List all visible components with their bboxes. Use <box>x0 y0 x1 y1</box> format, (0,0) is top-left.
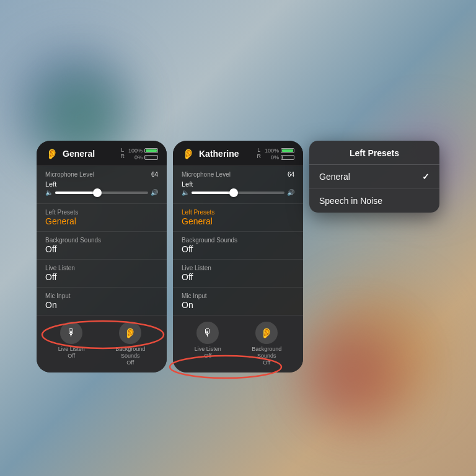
panel-1-name: General <box>63 149 117 159</box>
bg-sounds-row-1[interactable]: Background Sounds Off <box>37 232 167 260</box>
bg-sounds-label-1: Background Sounds <box>45 237 158 244</box>
battery-pct-4: 0% <box>271 154 279 161</box>
bg-sounds-icon-2[interactable]: 👂 <box>255 322 278 344</box>
live-listen-btn-label-1: Live ListenOff <box>58 346 85 359</box>
lr-badge-1: LR <box>120 148 125 160</box>
left-presets-row-2[interactable]: Left Presets General <box>173 204 303 232</box>
slider-fill-1 <box>55 192 97 194</box>
vol-low-icon-2: 🔈 <box>182 189 189 196</box>
lr-badge-2: LR <box>257 148 261 160</box>
live-listen-btn-1[interactable]: 🎙 Live ListenOff <box>58 322 85 366</box>
battery-row-4: 0% <box>271 154 294 161</box>
battery-section-2: 100% 0% <box>265 148 294 161</box>
bg-sounds-icon-1[interactable]: 👂 <box>119 322 141 344</box>
panel-container: 👂 General LR 100% 0% <box>37 104 439 372</box>
battery-bar-4 <box>281 155 294 160</box>
mic-level-row-2: Microphone Level 64 Left 🔈 🔊 <box>173 166 303 204</box>
bg-sounds-btn-2[interactable]: 👂 BackgroundSoundsOff <box>252 322 281 366</box>
checkmark-icon: ✓ <box>422 172 430 182</box>
left-presets-row-1[interactable]: Left Presets General <box>37 204 167 232</box>
mic-input-value-2: On <box>182 300 294 310</box>
mic-header-line-2: Microphone Level 64 <box>182 171 294 178</box>
dropdown-item-speech-label: Speech in Noise <box>319 196 382 206</box>
mic-label-2: Microphone Level <box>182 171 231 178</box>
slider-thumb-2[interactable] <box>229 188 238 197</box>
live-listen-value-2: Off <box>182 272 294 282</box>
channel-label-1: Left <box>45 180 158 188</box>
battery-row-2: 0% <box>134 154 158 161</box>
bg-sounds-label-2: Background Sounds <box>182 237 294 244</box>
battery-row-1: 100% <box>128 148 158 154</box>
vol-high-icon-1: 🔊 <box>151 189 158 196</box>
mic-value-2: 64 <box>288 171 294 178</box>
panel-1-toolbar: 🎙 Live ListenOff 👂 BackgroundSoundsOff <box>37 315 167 372</box>
dropdown-item-speech[interactable]: Speech in Noise <box>309 189 439 213</box>
battery-bar-3 <box>281 148 294 153</box>
live-listen-icon-1[interactable]: 🎙 <box>60 322 82 344</box>
live-listen-row-2[interactable]: Live Listen Off <box>173 260 303 288</box>
bg-sounds-btn-1[interactable]: 👂 BackgroundSoundsOff <box>115 322 145 366</box>
bg-sounds-btn-label-2: BackgroundSoundsOff <box>252 346 281 366</box>
slider-line-2: 🔈 🔊 <box>182 189 294 196</box>
slider-line-1: 🔈 🔊 <box>45 189 158 196</box>
left-presets-value-2: General <box>182 216 294 226</box>
panel-2-wrapper: 👂 Katherine LR 100% 0% <box>173 141 303 372</box>
slider-track-2[interactable] <box>192 192 284 194</box>
mic-input-label-2: Mic Input <box>182 293 294 299</box>
battery-bar-1 <box>144 148 158 153</box>
iphone-panel-1: 👂 General LR 100% 0% <box>37 141 167 372</box>
live-listen-value-1: Off <box>45 272 158 282</box>
battery-pct-1: 100% <box>128 148 143 154</box>
mic-input-row-1[interactable]: Mic Input On <box>37 288 167 315</box>
mic-level-row-1: Microphone Level 64 Left 🔈 🔊 <box>37 166 167 204</box>
bg-sounds-value-1: Off <box>45 244 158 254</box>
dropdown-panel: Left Presets General ✓ Speech in Noise <box>309 141 439 213</box>
battery-row-3: 100% <box>265 148 294 154</box>
slider-thumb-1[interactable] <box>93 188 102 197</box>
ear-icon-1: 👂 <box>45 147 59 161</box>
live-listen-btn-2[interactable]: 🎙 Live ListenOff <box>195 322 221 366</box>
dropdown-title: Left Presets <box>309 141 439 165</box>
panel-1-header: 👂 General LR 100% 0% <box>37 141 167 166</box>
slider-fill-2 <box>192 192 234 194</box>
ear-icon-2: 👂 <box>182 147 195 161</box>
mic-label-1: Microphone Level <box>45 171 94 178</box>
bg-sounds-btn-label-1: BackgroundSoundsOff <box>115 346 145 366</box>
battery-bar-2 <box>144 155 158 160</box>
dropdown-item-general[interactable]: General ✓ <box>309 165 439 189</box>
iphone-panel-2: 👂 Katherine LR 100% 0% <box>173 141 303 372</box>
bg-sounds-value-2: Off <box>182 244 294 254</box>
left-presets-label-2: Left Presets <box>182 209 294 216</box>
dropdown-item-general-label: General <box>319 172 350 182</box>
battery-pct-2: 0% <box>134 154 143 161</box>
panel-2-header: 👂 Katherine LR 100% 0% <box>173 141 303 166</box>
channel-label-2: Left <box>182 180 294 188</box>
vol-high-icon-2: 🔊 <box>287 189 294 196</box>
live-listen-icon-2[interactable]: 🎙 <box>196 322 219 344</box>
left-presets-value-1: General <box>45 216 158 226</box>
battery-pct-3: 100% <box>265 148 279 154</box>
mic-input-value-1: On <box>45 300 158 310</box>
mic-value-1: 64 <box>151 171 158 178</box>
panel-2-name: Katherine <box>199 149 253 159</box>
battery-section-1: 100% 0% <box>128 148 158 161</box>
main-background: 👂 General LR 100% 0% <box>0 0 476 476</box>
live-listen-row-1[interactable]: Live Listen Off <box>37 260 167 288</box>
panel-1-rows: Microphone Level 64 Left 🔈 🔊 <box>37 166 167 315</box>
live-listen-label-1: Live Listen <box>45 265 158 271</box>
panel-2-toolbar: 🎙 Live ListenOff 👂 BackgroundSoundsOff <box>173 315 303 372</box>
panel-2-rows: Microphone Level 64 Left 🔈 🔊 <box>173 166 303 315</box>
live-listen-label-2: Live Listen <box>182 265 294 271</box>
bg-sounds-row-2[interactable]: Background Sounds Off <box>173 232 303 260</box>
panel-1-wrapper: 👂 General LR 100% 0% <box>37 141 167 372</box>
vol-low-icon-1: 🔈 <box>45 189 53 196</box>
mic-input-label-1: Mic Input <box>45 293 158 299</box>
slider-track-1[interactable] <box>55 192 148 194</box>
mic-header-line-1: Microphone Level 64 <box>45 171 158 178</box>
live-listen-btn-label-2: Live ListenOff <box>195 346 221 359</box>
panel-3-container: Left Presets General ✓ Speech in Noise <box>309 141 439 213</box>
left-presets-label-1: Left Presets <box>45 209 158 216</box>
mic-input-row-2[interactable]: Mic Input On <box>173 288 303 315</box>
